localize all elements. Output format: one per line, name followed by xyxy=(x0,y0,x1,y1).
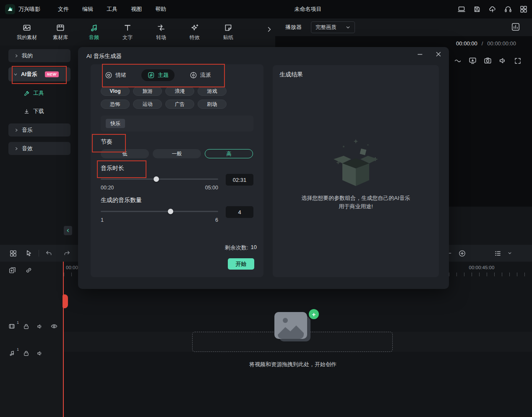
slider-handle[interactable] xyxy=(168,209,173,214)
rhythm-high[interactable]: 高 xyxy=(205,149,253,158)
tab-stock[interactable]: 素材库 xyxy=(44,18,77,45)
laptop-icon[interactable] xyxy=(457,5,466,13)
add-clip-icon[interactable] xyxy=(8,266,16,274)
tab-sticker[interactable]: 贴纸 xyxy=(211,18,245,45)
link-clips-icon[interactable] xyxy=(25,266,33,274)
collapse-sidebar-button[interactable] xyxy=(64,226,72,235)
my-media-icon xyxy=(22,23,31,32)
player-title: 播放器 xyxy=(285,24,302,31)
download-icon xyxy=(23,108,30,115)
sidebar-item-tools[interactable]: 工具 xyxy=(8,87,70,99)
close-icon[interactable] xyxy=(435,50,442,58)
caret-down-icon[interactable] xyxy=(508,251,512,255)
slider-handle[interactable] xyxy=(154,176,159,182)
playhead[interactable] xyxy=(63,262,64,417)
rhythm-low[interactable]: 低 xyxy=(101,149,149,158)
caret-down-icon xyxy=(13,72,18,76)
minimize-icon[interactable] xyxy=(416,50,424,58)
dialog-title: AI 音乐生成器 xyxy=(86,52,122,60)
app-logo-icon[interactable] xyxy=(5,4,15,14)
timecode-separator: / xyxy=(482,40,483,47)
fullscreen-icon[interactable] xyxy=(514,57,522,65)
start-button[interactable]: 开始 xyxy=(228,258,254,270)
remaining-count: 剩余次数: 10 xyxy=(225,244,257,252)
audio-track-icon[interactable]: 1 xyxy=(8,349,16,357)
tag-game[interactable]: 游戏 xyxy=(198,87,227,96)
text-icon xyxy=(123,23,132,32)
snapshot-camera-icon[interactable] xyxy=(483,56,492,65)
duration-slider[interactable] xyxy=(101,176,218,182)
waveform-icon[interactable] xyxy=(454,57,462,65)
timecode-current: 00:00:00 xyxy=(456,40,477,47)
chip-happy[interactable]: 快乐 xyxy=(106,119,125,128)
layout-grid-icon[interactable] xyxy=(519,5,528,13)
performance-chart-icon[interactable] xyxy=(511,22,520,31)
empty-box-illustration xyxy=(324,137,387,193)
player-controls xyxy=(454,56,522,65)
tag-vlog[interactable]: Vlog xyxy=(101,87,130,96)
menu-tools[interactable]: 工具 xyxy=(107,5,117,13)
duration-value[interactable]: 02:31 xyxy=(226,174,253,186)
sidebar-item-music[interactable]: 音乐 xyxy=(8,123,70,136)
tab-theme[interactable]: 主题 xyxy=(141,69,175,81)
tab-label: 情绪 xyxy=(115,71,126,79)
tab-effects[interactable]: 特效 xyxy=(178,18,211,45)
tag-travel[interactable]: 旅游 xyxy=(133,87,162,96)
menu-edit[interactable]: 编辑 xyxy=(82,5,93,13)
grid-view-icon[interactable] xyxy=(9,249,17,257)
lock-icon[interactable] xyxy=(23,350,30,357)
sidebar-item-ai-music[interactable]: AI音乐 NEW xyxy=(8,67,70,81)
add-media-icon[interactable]: + xyxy=(308,308,320,320)
tab-transition[interactable]: 转场 xyxy=(144,18,178,45)
tab-audio[interactable]: 音频 xyxy=(77,18,111,45)
track-list-icon[interactable] xyxy=(494,249,502,257)
rhythm-label: 节奏 xyxy=(101,138,112,146)
slider-track[interactable] xyxy=(101,178,218,180)
tag-sport[interactable]: 运动 xyxy=(133,100,162,109)
tag-romance[interactable]: 浪漫 xyxy=(165,87,194,96)
playhead-handle[interactable] xyxy=(63,294,68,308)
timecode-total: 00:00:00:00 xyxy=(487,40,516,47)
display-output-icon[interactable] xyxy=(468,56,477,65)
toolbar-expand-icon[interactable] xyxy=(266,26,273,33)
zoom-in-icon[interactable] xyxy=(458,249,466,257)
media-toolbar: 我的素材 素材库 音频 文字 转场 xyxy=(0,18,275,45)
tab-emotion[interactable]: 情绪 xyxy=(101,69,130,81)
tab-genre[interactable]: 流派 xyxy=(185,69,215,81)
mute-track-icon[interactable] xyxy=(37,323,44,330)
category-tabs: 情绪 主题 流派 xyxy=(101,69,215,81)
quality-dropdown[interactable]: 完整画质 xyxy=(311,21,355,33)
audio-icon xyxy=(89,23,99,32)
sidebar-item-download[interactable]: 下载 xyxy=(8,105,70,117)
video-track-icon[interactable]: 1 xyxy=(8,323,16,330)
tag-horror[interactable]: 恐怖 xyxy=(101,100,130,109)
count-slider[interactable] xyxy=(101,208,218,214)
ai-music-generator-dialog: AI 音乐生成器 情绪 主题 xyxy=(78,47,449,289)
emotion-icon xyxy=(105,71,112,79)
menu-file[interactable]: 文件 xyxy=(58,5,69,13)
slider-track[interactable] xyxy=(101,211,218,212)
cloud-upload-icon[interactable] xyxy=(488,5,497,13)
divider xyxy=(39,250,39,257)
tab-text[interactable]: 文字 xyxy=(111,18,144,45)
lock-icon[interactable] xyxy=(23,323,30,330)
count-value[interactable]: 4 xyxy=(226,206,253,218)
rhythm-normal[interactable]: 一般 xyxy=(153,149,201,158)
eye-icon[interactable] xyxy=(50,323,58,330)
menu-help[interactable]: 帮助 xyxy=(155,5,166,13)
sidebar-item-mine[interactable]: 我的 xyxy=(8,49,70,62)
count-range: 1 6 xyxy=(101,217,218,223)
speaker-icon[interactable] xyxy=(498,56,507,65)
sidebar-item-sound-effects[interactable]: 音效 xyxy=(8,142,70,155)
save-icon[interactable] xyxy=(473,5,481,13)
headset-icon[interactable] xyxy=(504,5,512,13)
cursor-select-icon[interactable] xyxy=(25,249,33,257)
mute-track-icon[interactable] xyxy=(37,350,44,357)
redo-icon[interactable] xyxy=(63,249,71,257)
results-hint-line1: 选择您想要的参数组合，生成您自己的AI音乐 xyxy=(273,194,439,202)
menu-view[interactable]: 视图 xyxy=(131,5,142,13)
tag-ad[interactable]: 广告 xyxy=(165,100,194,109)
tag-theater[interactable]: 剧场 xyxy=(198,100,227,109)
undo-icon[interactable] xyxy=(45,249,53,257)
tab-my-media[interactable]: 我的素材 xyxy=(10,18,44,45)
